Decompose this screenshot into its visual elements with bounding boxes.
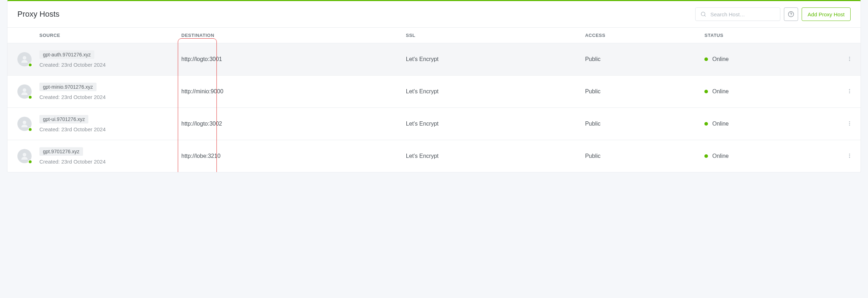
status-dot-icon	[704, 90, 708, 93]
svg-point-14	[849, 123, 850, 124]
help-icon	[788, 11, 794, 17]
host-chip[interactable]: gpt-minio.9701276.xyz	[39, 83, 97, 91]
page-title: Proxy Hosts	[17, 10, 60, 19]
status-label: Online	[712, 88, 729, 95]
svg-point-8	[23, 88, 26, 92]
header-actions: Add Proxy Host	[695, 7, 851, 21]
svg-point-18	[849, 155, 850, 156]
status-label: Online	[712, 121, 729, 127]
avatar	[17, 52, 32, 66]
status-label: Online	[712, 56, 729, 62]
created-label: Created: 23rd October 2024	[39, 94, 106, 100]
user-icon	[20, 120, 29, 128]
col-avatar	[7, 28, 39, 43]
row-menu-button[interactable]	[845, 118, 855, 129]
status-cell: Online	[704, 108, 843, 140]
presence-dot	[28, 127, 32, 132]
col-status: STATUS	[704, 28, 843, 43]
search-icon	[701, 11, 706, 17]
more-vertical-icon	[847, 88, 852, 94]
access-cell: Public	[585, 43, 705, 76]
svg-point-15	[849, 125, 850, 126]
svg-point-19	[849, 157, 850, 158]
col-access: ACCESS	[585, 28, 705, 43]
presence-dot	[28, 63, 32, 67]
proxy-hosts-table: SOURCE DESTINATION SSL ACCESS STATUS gpt…	[7, 27, 861, 172]
presence-dot	[28, 95, 32, 99]
col-actions	[843, 28, 861, 43]
access-cell: Public	[585, 76, 705, 108]
svg-line-1	[704, 15, 705, 16]
more-vertical-icon	[847, 121, 852, 126]
ssl-cell: Let's Encrypt	[406, 76, 585, 108]
access-cell: Public	[585, 140, 705, 172]
svg-point-11	[849, 92, 850, 93]
status-cell: Online	[704, 43, 843, 76]
destination-cell: http://logto:3001	[181, 43, 406, 76]
ssl-cell: Let's Encrypt	[406, 108, 585, 140]
panel-header: Proxy Hosts Add Proxy Host	[7, 1, 861, 27]
user-icon	[20, 152, 29, 160]
status-dot-icon	[704, 154, 708, 158]
more-vertical-icon	[847, 56, 852, 62]
presence-dot	[28, 160, 32, 164]
more-vertical-icon	[847, 153, 852, 159]
table-wrapper: SOURCE DESTINATION SSL ACCESS STATUS gpt…	[7, 27, 861, 172]
table-row[interactable]: gpt-minio.9701276.xyzCreated: 23rd Octob…	[7, 76, 861, 108]
add-proxy-host-button[interactable]: Add Proxy Host	[802, 7, 851, 21]
status-dot-icon	[704, 57, 708, 61]
avatar	[17, 117, 32, 131]
created-label: Created: 23rd October 2024	[39, 159, 106, 165]
col-ssl: SSL	[406, 28, 585, 43]
col-destination: DESTINATION	[181, 28, 406, 43]
avatar	[17, 149, 32, 163]
svg-point-10	[849, 90, 850, 92]
created-label: Created: 23rd October 2024	[39, 62, 106, 68]
ssl-cell: Let's Encrypt	[406, 43, 585, 76]
destination-cell: http://lobe:3210	[181, 140, 406, 172]
destination-cell: http://logto:3002	[181, 108, 406, 140]
row-menu-button[interactable]	[845, 54, 855, 65]
status-cell: Online	[704, 140, 843, 172]
svg-point-7	[849, 60, 850, 61]
svg-point-6	[849, 58, 850, 59]
access-cell: Public	[585, 108, 705, 140]
proxy-hosts-panel: Proxy Hosts Add Proxy Host SOURCE	[7, 0, 861, 172]
svg-point-17	[849, 154, 850, 155]
table-row[interactable]: gpt-auth.9701276.xyzCreated: 23rd Octobe…	[7, 43, 861, 76]
status-cell: Online	[704, 76, 843, 108]
svg-point-9	[849, 89, 850, 90]
svg-point-12	[23, 121, 26, 124]
host-chip[interactable]: gpt.9701276.xyz	[39, 147, 83, 156]
row-menu-button[interactable]	[845, 86, 855, 97]
search-input[interactable]	[710, 11, 775, 17]
ssl-cell: Let's Encrypt	[406, 140, 585, 172]
table-row[interactable]: gpt-ui.9701276.xyzCreated: 23rd October …	[7, 108, 861, 140]
svg-point-5	[849, 57, 850, 58]
status-dot-icon	[704, 122, 708, 126]
col-source: SOURCE	[39, 28, 181, 43]
table-row[interactable]: gpt.9701276.xyzCreated: 23rd October 202…	[7, 140, 861, 172]
host-chip[interactable]: gpt-auth.9701276.xyz	[39, 50, 94, 59]
avatar	[17, 84, 32, 99]
svg-point-4	[23, 56, 26, 60]
row-menu-button[interactable]	[845, 151, 855, 162]
user-icon	[20, 87, 29, 96]
status-label: Online	[712, 153, 729, 159]
destination-cell: http://minio:9000	[181, 76, 406, 108]
user-icon	[20, 55, 29, 64]
host-chip[interactable]: gpt-ui.9701276.xyz	[39, 115, 88, 123]
svg-point-16	[23, 153, 26, 156]
help-button[interactable]	[784, 7, 798, 21]
svg-point-13	[849, 121, 850, 122]
search-box[interactable]	[695, 7, 780, 21]
created-label: Created: 23rd October 2024	[39, 126, 106, 132]
